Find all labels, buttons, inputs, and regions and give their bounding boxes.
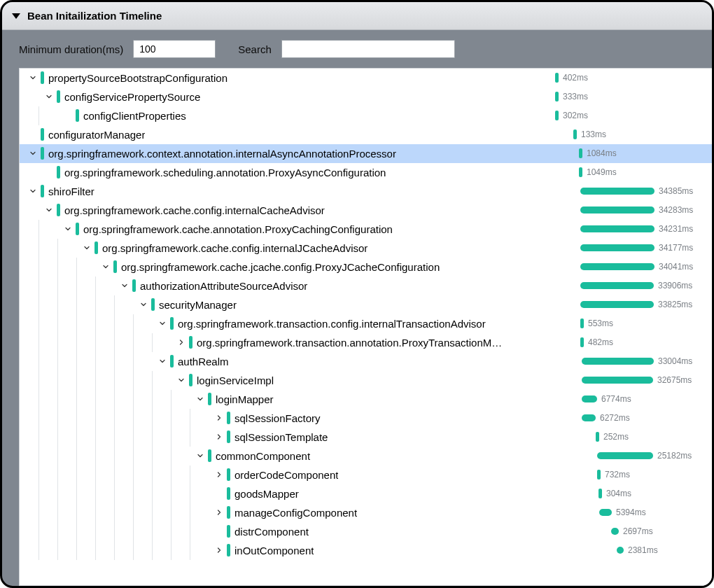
tree-row[interactable]: org.springframework.transaction.config.i… [20,314,712,333]
tree-row[interactable]: loginServiceImpl32675ms [20,371,712,390]
collapse-arrow[interactable] [137,298,150,311]
tree-row[interactable]: inOutComponent2381ms [20,541,712,560]
duration-label: 34177ms [659,243,693,253]
bean-tick-icon [227,468,230,481]
indent-guide [95,371,114,390]
tree-row[interactable]: org.springframework.context.annotation.i… [20,144,712,163]
tree-row[interactable]: authorizationAttributeSourceAdvisor33906… [20,276,712,295]
chevron-down-icon [177,376,186,384]
indent-guide [20,484,38,503]
collapse-arrow[interactable] [156,355,169,368]
tree-row-name-col: sqlSessionTemplate [20,428,555,447]
tree-row[interactable]: loginMapper6774ms [20,390,712,409]
expand-arrow[interactable] [213,544,225,556]
bean-tick-icon [227,544,230,556]
collapse-arrow[interactable] [27,185,39,197]
collapse-arrow[interactable] [175,374,188,386]
expand-arrow[interactable] [213,506,225,519]
collapse-arrow[interactable] [80,241,93,254]
indent-guide [152,465,171,484]
tree-row[interactable]: org.springframework.cache.config.interna… [20,201,712,220]
duration-label: 1084ms [587,148,617,158]
indent-guide [133,484,152,503]
collapse-arrow[interactable] [43,90,55,103]
tree-row[interactable]: distrComponent2697ms [20,522,712,541]
chevron-down-icon [196,451,204,460]
duration-label: 482ms [588,337,613,347]
tree-row[interactable]: propertySourceBootstrapConfiguration402m… [20,69,712,88]
search-input[interactable] [281,40,455,58]
tree-row[interactable]: sqlSessionFactory6272ms [20,409,712,428]
tree-row[interactable]: manageConfigComponent5394ms [20,503,712,522]
collapse-arrow[interactable] [194,449,206,462]
indent-guide [57,390,76,409]
chevron-right-icon [215,470,223,479]
tree-row[interactable]: sqlSessionTemplate252ms [20,428,712,447]
panel-header[interactable]: Bean Initailization Timeline [2,2,712,30]
app-frame: Bean Initailization Timeline Minimum dur… [0,0,714,588]
indent-guide [57,522,76,541]
tree-row[interactable]: configuratorManager133ms [20,125,712,144]
tree-row[interactable]: orderCodeComponent732ms [20,465,712,484]
indent-guide [95,409,114,428]
min-duration-input[interactable] [133,40,216,58]
indent-guide [76,409,95,428]
indent-guide [38,371,57,390]
chevron-down-icon [139,300,148,309]
duration-bar [580,206,654,214]
collapse-arrow[interactable] [27,147,39,160]
collapse-arrow[interactable] [194,393,206,405]
tree-row-name-col: org.springframework.cache.config.interna… [20,239,555,258]
chevron-down-icon [102,262,110,271]
bean-tick-icon [227,506,230,519]
collapse-triangle-icon[interactable] [12,13,20,19]
collapse-arrow[interactable] [27,71,39,84]
indent-guide [38,333,57,352]
duration-bar [579,167,582,177]
indent-guide [133,333,152,352]
tree-row[interactable]: shiroFilter34385ms [20,182,712,201]
collapse-arrow[interactable] [99,260,112,273]
indent-guide [152,409,171,428]
tree-row[interactable]: authRealm33004ms [20,352,712,371]
tree-row[interactable]: org.springframework.cache.annotation.Pro… [20,220,712,239]
duration-bar-cell: 25182ms [555,447,712,465]
tree-row[interactable]: org.springframework.cache.jcache.config.… [20,258,712,276]
indent-guide [76,503,95,522]
tree-row[interactable]: org.springframework.scheduling.annotatio… [20,163,712,182]
expand-arrow[interactable] [175,336,188,349]
indent-guide [57,428,76,447]
collapse-arrow[interactable] [156,317,169,330]
tree-row[interactable]: goodsMapper304ms [20,484,712,503]
indent-guide [190,484,209,503]
indent-guide [76,371,95,390]
bean-name: configClientProperties [83,110,186,122]
indent-guide [57,352,76,371]
duration-label: 34231ms [659,224,693,234]
tree-row[interactable]: securityManager33825ms [20,295,712,314]
tree-row-name-col: authorizationAttributeSourceAdvisor [20,276,555,295]
collapse-arrow[interactable] [43,204,55,216]
expand-arrow[interactable] [213,468,225,481]
min-duration-label: Minimum duration(ms) [19,43,123,55]
indent-guide [20,106,38,125]
collapse-arrow[interactable] [62,223,74,235]
tree-row[interactable]: configClientProperties302ms [20,106,712,125]
duration-bar-cell: 33906ms [555,276,712,295]
tree-row[interactable]: org.springframework.transaction.annotati… [20,333,712,352]
indent-guide [38,541,57,560]
indent-guide [95,484,114,503]
bean-tree[interactable]: propertySourceBootstrapConfiguration402m… [19,68,712,586]
tree-row[interactable]: configServicePropertySource333ms [20,88,712,106]
tree-row[interactable]: commonComponent25182ms [20,447,712,465]
indent-guide [20,390,38,409]
expand-arrow[interactable] [213,430,225,443]
tree-row[interactable]: org.springframework.cache.config.interna… [20,239,712,258]
expand-arrow[interactable] [213,412,225,424]
duration-bar [579,148,582,158]
duration-bar [596,432,599,442]
indent-guide [76,484,95,503]
indent-guide [20,447,38,465]
collapse-arrow[interactable] [118,279,131,292]
duration-label: 33004ms [658,356,692,366]
